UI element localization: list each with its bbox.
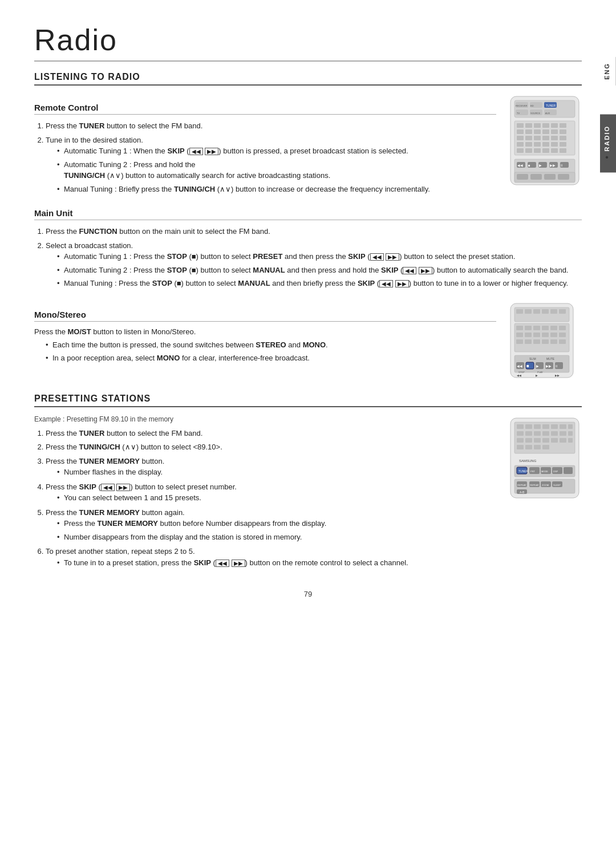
svg-rect-122 bbox=[517, 438, 524, 443]
svg-text:ZOOM: ZOOM bbox=[542, 484, 549, 487]
bullet-manual: Manual Tuning : Briefly press the TUNING… bbox=[57, 184, 496, 195]
preset-step-2: Press the TUNING/CH (∧∨) button to selec… bbox=[46, 441, 496, 453]
preset-step-1: Press the TUNER button to select the FM … bbox=[46, 428, 496, 439]
svg-rect-75 bbox=[559, 326, 566, 330]
remote-control-steps: Press the TUNER button to select the FM … bbox=[46, 120, 496, 194]
svg-text:MODE: MODE bbox=[541, 470, 548, 473]
mono-stereo-intro: Press the MO/ST button to listen in Mono… bbox=[34, 327, 496, 336]
svg-rect-58 bbox=[530, 174, 542, 180]
svg-rect-25 bbox=[551, 129, 558, 134]
svg-rect-72 bbox=[533, 326, 540, 330]
svg-text:PRT: PRT bbox=[530, 470, 535, 473]
preset-svg: SAMSUNG TUNER PRT MODE DSP REPEAT bbox=[508, 415, 582, 501]
svg-rect-139 bbox=[564, 467, 573, 474]
svg-rect-18 bbox=[542, 123, 549, 128]
svg-rect-77 bbox=[525, 333, 532, 337]
main-unit-bullets: Automatic Tuning 1 : Press the STOP (■) … bbox=[57, 251, 582, 289]
svg-rect-64 bbox=[525, 309, 532, 314]
svg-rect-73 bbox=[542, 326, 549, 330]
svg-rect-24 bbox=[542, 129, 549, 134]
main-unit-section: Main Unit Press the FUNCTION button on t… bbox=[34, 208, 582, 289]
svg-rect-19 bbox=[551, 123, 558, 128]
svg-rect-125 bbox=[542, 438, 549, 443]
eng-label: ENG bbox=[603, 63, 610, 80]
preset-bullet-4-1: You can select between 1 and 15 presets. bbox=[57, 492, 496, 504]
svg-text:TUNER: TUNER bbox=[546, 104, 556, 107]
svg-rect-117 bbox=[534, 431, 541, 436]
svg-rect-81 bbox=[559, 333, 566, 337]
svg-rect-60 bbox=[558, 174, 569, 180]
svg-text:BD: BD bbox=[530, 104, 534, 107]
svg-rect-85 bbox=[542, 339, 549, 344]
svg-rect-74 bbox=[550, 326, 557, 330]
mono-stereo-svg: SLIM MUTE ◀◀ ■ ▶ ▶▶ II STOP PLAY ◀◀ ▶ ▶▶ bbox=[508, 301, 576, 380]
example-text: Example : Presetting FM 89.10 in the mem… bbox=[34, 415, 496, 423]
radio-tab: RADIO bbox=[600, 114, 616, 172]
svg-text:PLAY: PLAY bbox=[537, 371, 543, 374]
svg-text:AUX: AUX bbox=[545, 112, 550, 115]
main-unit-steps: Press the FUNCTION button on the main un… bbox=[46, 226, 582, 289]
svg-rect-33 bbox=[517, 142, 524, 147]
presetting-section: PRESETTING STATIONS Example : Presetting… bbox=[34, 394, 582, 573]
bullet-auto2: Automatic Tuning 2 : Press and hold the … bbox=[57, 159, 496, 181]
svg-rect-29 bbox=[534, 136, 541, 140]
svg-text:▶: ▶ bbox=[536, 374, 538, 377]
mono-stereo-image: SLIM MUTE ◀◀ ■ ▶ ▶▶ II STOP PLAY ◀◀ ▶ ▶▶ bbox=[508, 301, 582, 382]
svg-rect-76 bbox=[516, 333, 523, 337]
preset-step-3: Press the TUNER MEMORY button. Number fl… bbox=[46, 456, 496, 478]
svg-text:REPEAT: REPEAT bbox=[517, 484, 526, 487]
svg-rect-82 bbox=[516, 339, 523, 344]
svg-text:▶▶: ▶▶ bbox=[550, 164, 556, 167]
svg-rect-68 bbox=[559, 309, 566, 314]
svg-rect-86 bbox=[550, 339, 557, 344]
svg-text:◀◀: ◀◀ bbox=[517, 364, 522, 368]
svg-rect-129 bbox=[517, 445, 524, 449]
svg-rect-22 bbox=[525, 129, 532, 134]
svg-text:A-B: A-B bbox=[520, 491, 525, 494]
mono-stereo-bullets: Each time the button is pressed, the sou… bbox=[46, 339, 496, 364]
svg-rect-36 bbox=[542, 142, 549, 147]
preset-step-5-bullets: Press the TUNER MEMORY button before Num… bbox=[57, 518, 496, 542]
svg-rect-32 bbox=[560, 136, 566, 140]
svg-rect-71 bbox=[525, 326, 532, 330]
page-title: Radio bbox=[34, 23, 582, 62]
presetting-steps: Press the TUNER button to select the FM … bbox=[46, 428, 496, 569]
svg-rect-37 bbox=[551, 142, 558, 147]
presetting-header: PRESETTING STATIONS bbox=[34, 394, 582, 407]
eng-tab: ENG bbox=[600, 57, 616, 86]
svg-rect-112 bbox=[551, 424, 558, 429]
svg-rect-63 bbox=[516, 309, 523, 314]
svg-text:SAMSUNG: SAMSUNG bbox=[519, 459, 537, 463]
step-2: Tune in to the desired station. Automati… bbox=[46, 135, 496, 195]
remote-control-image: TUNER RECEIVER BD TV SOURCE AUX bbox=[508, 94, 582, 189]
presetting-image: SAMSUNG TUNER PRT MODE DSP REPEAT bbox=[508, 415, 582, 502]
mono-bullet-1: Each time the button is pressed, the sou… bbox=[46, 339, 496, 351]
svg-text:TUNER: TUNER bbox=[518, 469, 529, 473]
svg-text:SLEEP: SLEEP bbox=[553, 484, 561, 487]
main-step-2: Select a broadcast station. Automatic Tu… bbox=[46, 240, 582, 289]
svg-rect-66 bbox=[542, 309, 549, 314]
svg-rect-118 bbox=[542, 431, 549, 436]
svg-text:▶: ▶ bbox=[539, 164, 542, 167]
preset-step-3-bullets: Number flashes in the display. bbox=[57, 467, 496, 478]
svg-text:SOURCE: SOURCE bbox=[530, 112, 540, 115]
svg-rect-15 bbox=[517, 123, 524, 128]
svg-rect-79 bbox=[542, 333, 549, 337]
svg-rect-109 bbox=[525, 424, 532, 429]
svg-rect-28 bbox=[525, 136, 532, 140]
main-step-1: Press the FUNCTION button on the main un… bbox=[46, 226, 582, 237]
svg-rect-42 bbox=[542, 148, 549, 153]
mono-stereo-subheader: Mono/Stereo bbox=[34, 310, 496, 322]
main-unit-subheader: Main Unit bbox=[34, 208, 582, 220]
svg-text:◀◀: ◀◀ bbox=[517, 164, 523, 167]
svg-text:◀◀: ◀◀ bbox=[517, 374, 521, 377]
bullet-auto1: Automatic Tuning 1 : When the SKIP (◀◀ ▶… bbox=[57, 145, 496, 157]
preset-bullet-6-1: To tune in to a preset station, press th… bbox=[57, 557, 496, 569]
svg-rect-78 bbox=[533, 333, 540, 337]
svg-rect-40 bbox=[525, 148, 532, 153]
svg-text:II: II bbox=[556, 364, 558, 368]
svg-rect-20 bbox=[560, 123, 566, 128]
listening-section: LISTENING TO RADIO Remote Control Press … bbox=[34, 72, 582, 382]
preset-step-6: To preset another station, repeat steps … bbox=[46, 546, 496, 568]
step-1: Press the TUNER button to select the FM … bbox=[46, 120, 496, 132]
